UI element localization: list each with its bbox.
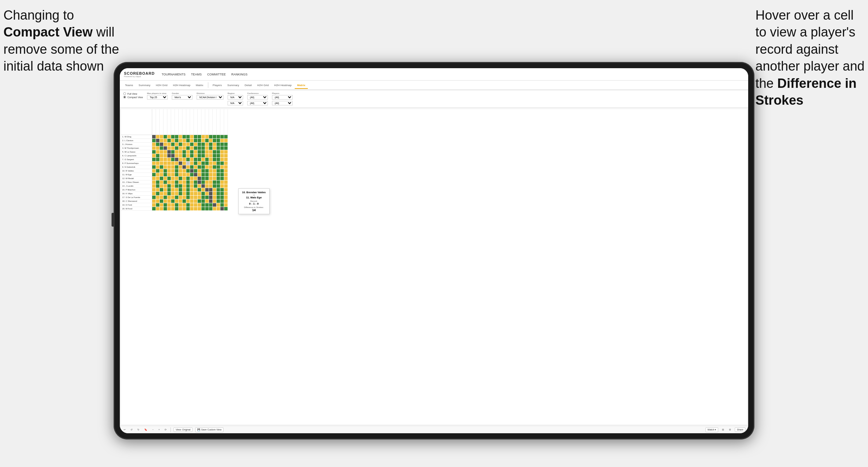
region-select[interactable]: N/A — [228, 95, 243, 100]
grid-cell-r1-c18[interactable] — [217, 135, 220, 139]
grid-cell-r12-c18[interactable] — [217, 177, 220, 180]
full-view-option[interactable]: Full View — [123, 92, 143, 95]
grid-cell-r18-c16[interactable] — [209, 199, 213, 203]
grid-cell-r13-c16[interactable] — [209, 180, 213, 184]
grid-cell-r14-c16[interactable] — [209, 184, 213, 188]
grid-cell-r2-c8[interactable] — [179, 139, 182, 143]
grid-cell-r20-c9[interactable] — [182, 207, 186, 211]
grid-cell-r12-c13[interactable] — [198, 177, 201, 180]
grid-cell-r1-c9[interactable] — [182, 135, 186, 139]
grid-cell-r2-c2[interactable] — [156, 139, 160, 143]
grid-cell-r4-c11[interactable] — [190, 146, 194, 150]
grid-cell-r19-c16[interactable] — [209, 203, 213, 207]
grid-cell-r16-c13[interactable] — [198, 192, 201, 196]
grid-cell-r12-c4[interactable] — [164, 177, 167, 180]
grid-cell-r8-c12[interactable] — [194, 162, 198, 165]
grid-cell-r9-c18[interactable] — [217, 165, 220, 169]
grid-cell-r3-c6[interactable] — [171, 143, 175, 146]
grid-cell-r2-c17[interactable] — [213, 139, 217, 143]
grid-cell-r4-c20[interactable] — [224, 146, 228, 150]
grid-cell-r2-c10[interactable] — [186, 139, 190, 143]
grid-cell-r20-c7[interactable] — [175, 207, 179, 211]
grid-cell-r5-c16[interactable] — [209, 150, 213, 154]
grid-cell-r15-c3[interactable] — [160, 188, 164, 192]
grid-cell-r16-c3[interactable] — [160, 192, 164, 196]
grid-cell-r6-c4[interactable] — [164, 154, 167, 158]
grid-cell-r12-c1[interactable] — [152, 177, 156, 180]
grid-cell-r15-c13[interactable] — [198, 188, 201, 192]
grid-cell-r18-c12[interactable] — [194, 199, 198, 203]
grid-cell-r18-c14[interactable] — [201, 199, 205, 203]
grid-cell-r17-c14[interactable] — [201, 196, 205, 199]
gender-select[interactable]: Men's — [172, 95, 192, 100]
grid-cell-r13-c19[interactable] — [220, 180, 224, 184]
grid-cell-r7-c9[interactable] — [182, 158, 186, 162]
grid-cell-r4-c9[interactable] — [182, 146, 186, 150]
grid-cell-r4-c1[interactable] — [152, 146, 156, 150]
grid-cell-r7-c19[interactable] — [220, 158, 224, 162]
grid-cell-r9-c13[interactable] — [198, 165, 201, 169]
grid-cell-r2-c11[interactable] — [190, 139, 194, 143]
grid-cell-r19-c13[interactable] — [198, 203, 201, 207]
grid-cell-r17-c2[interactable] — [156, 196, 160, 199]
grid-cell-r1-c7[interactable] — [175, 135, 179, 139]
grid-cell-r10-c12[interactable] — [194, 169, 198, 173]
grid-view-button[interactable]: ⊞ — [721, 428, 725, 432]
redo2-button[interactable]: ↻ — [136, 428, 140, 432]
grid-cell-r16-c17[interactable] — [213, 192, 217, 196]
grid-cell-r9-c2[interactable] — [156, 165, 160, 169]
grid-cell-r18-c1[interactable] — [152, 199, 156, 203]
grid-cell-r3-c17[interactable] — [213, 143, 217, 146]
grid-cell-r3-c9[interactable] — [182, 143, 186, 146]
grid-cell-r16-c12[interactable] — [194, 192, 198, 196]
region-select2[interactable]: N/A — [228, 101, 243, 105]
grid-cell-r9-c12[interactable] — [194, 165, 198, 169]
grid-cell-r2-c18[interactable] — [217, 139, 220, 143]
watch-button[interactable]: Watch ▾ — [705, 427, 719, 432]
grid-cell-r7-c11[interactable] — [190, 158, 194, 162]
grid-cell-r11-c5[interactable] — [167, 173, 171, 177]
grid-cell-r13-c1[interactable] — [152, 180, 156, 184]
grid-cell-r5-c12[interactable] — [194, 150, 198, 154]
grid-cell-r10-c1[interactable] — [152, 169, 156, 173]
grid-cell-r12-c20[interactable] — [224, 177, 228, 180]
grid-cell-r20-c12[interactable] — [194, 207, 198, 211]
grid-cell-r19-c14[interactable] — [201, 203, 205, 207]
grid-cell-r11-c12[interactable] — [194, 173, 198, 177]
grid-cell-r11-c11[interactable] — [190, 173, 194, 177]
grid-cell-r8-c19[interactable] — [220, 162, 224, 165]
grid-cell-r19-c8[interactable] — [179, 203, 182, 207]
grid-cell-r7-c15[interactable] — [205, 158, 209, 162]
grid-cell-r4-c14[interactable] — [201, 146, 205, 150]
grid-cell-r3-c7[interactable] — [175, 143, 179, 146]
grid-cell-r14-c4[interactable] — [164, 184, 167, 188]
grid-cell-r11-c19[interactable] — [220, 173, 224, 177]
grid-cell-r10-c3[interactable] — [160, 169, 164, 173]
grid-cell-r20-c20[interactable] — [224, 207, 228, 211]
grid-cell-r8-c14[interactable] — [201, 162, 205, 165]
grid-cell-r15-c10[interactable] — [186, 188, 190, 192]
grid-cell-r18-c6[interactable] — [171, 199, 175, 203]
grid-cell-r19-c1[interactable] — [152, 203, 156, 207]
grid-cell-r10-c16[interactable] — [209, 169, 213, 173]
max-players-select[interactable]: Top 25 — [147, 95, 168, 100]
grid-cell-r14-c1[interactable] — [152, 184, 156, 188]
grid-cell-r7-c6[interactable] — [171, 158, 175, 162]
grid-cell-r4-c6[interactable] — [171, 146, 175, 150]
grid-cell-r2-c5[interactable] — [167, 139, 171, 143]
grid-cell-r6-c15[interactable] — [205, 154, 209, 158]
grid-cell-r20-c14[interactable] — [201, 207, 205, 211]
grid-cell-r5-c20[interactable] — [224, 150, 228, 154]
nav-committee[interactable]: COMMITTEE — [207, 72, 226, 77]
grid-cell-r5-c3[interactable] — [160, 150, 164, 154]
grid-cell-r18-c18[interactable] — [217, 199, 220, 203]
grid-cell-r17-c17[interactable] — [213, 196, 217, 199]
grid-cell-r20-c16[interactable] — [209, 207, 213, 211]
grid-cell-r2-c12[interactable] — [194, 139, 198, 143]
grid-cell-r15-c7[interactable] — [175, 188, 179, 192]
grid-cell-r2-c4[interactable] — [164, 139, 167, 143]
conference-select[interactable]: (All) — [247, 95, 268, 100]
grid-cell-r13-c2[interactable] — [156, 180, 160, 184]
grid-cell-r9-c20[interactable] — [224, 165, 228, 169]
grid-cell-r1-c6[interactable] — [171, 135, 175, 139]
